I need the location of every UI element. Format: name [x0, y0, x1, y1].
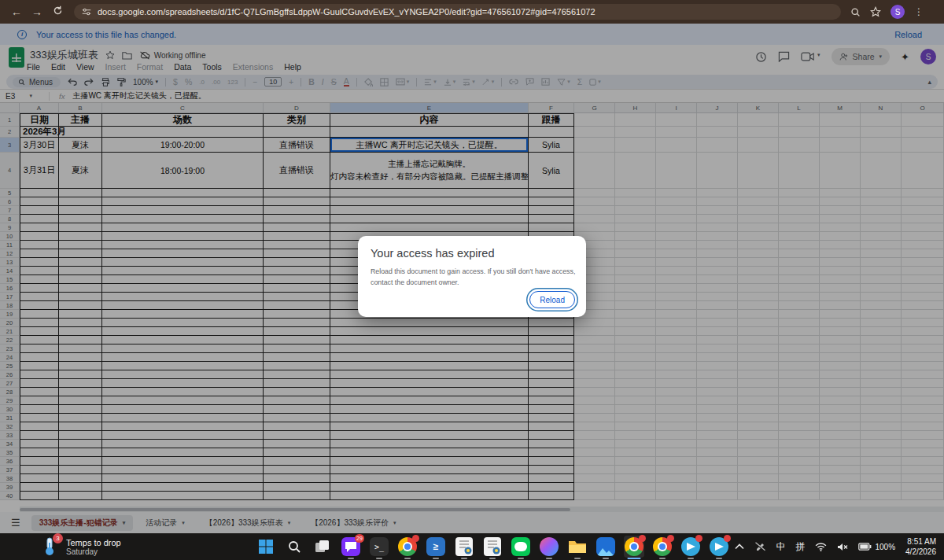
windows-taskbar: 3 Temps to drop Saturday 29 > — [0, 533, 944, 560]
notepad-doc-icon-2[interactable] — [482, 536, 503, 558]
chat-app-icon[interactable]: 29 — [341, 536, 361, 558]
task-view-icon[interactable] — [312, 536, 333, 558]
dialog-body: Reload this document to gain access. If … — [371, 267, 577, 288]
battery-status[interactable]: 100% — [858, 543, 895, 551]
copilot-icon[interactable] — [539, 536, 559, 558]
url-text: docs.google.com/spreadsheets/d/1fC-Q7LGm… — [98, 7, 596, 17]
browser-toolbar: ← → docs.google.com/spreadsheets/d/1fC-Q… — [0, 0, 944, 24]
screen: ← → docs.google.com/spreadsheets/d/1fC-Q… — [0, 0, 944, 560]
bookmark-star-icon[interactable] — [870, 6, 881, 17]
ime-mode-indicator[interactable]: 拼 — [795, 540, 805, 554]
telegram-icon-1[interactable] — [680, 536, 701, 558]
search-taskbar-icon[interactable] — [284, 536, 304, 558]
reload-icon[interactable] — [47, 6, 68, 18]
file-explorer-icon[interactable] — [567, 536, 588, 558]
site-settings-icon[interactable] — [82, 7, 91, 17]
chrome-icon-2[interactable] — [652, 536, 673, 558]
weather-widget[interactable]: 3 Temps to drop Saturday — [41, 536, 210, 557]
photos-app-icon[interactable] — [596, 536, 616, 558]
telegram-icon-2[interactable] — [709, 536, 729, 558]
line-app-icon[interactable] — [511, 536, 531, 558]
forward-icon[interactable]: → — [27, 6, 47, 18]
back-icon[interactable]: ← — [6, 6, 27, 18]
terminal-icon[interactable]: >_ — [369, 536, 389, 558]
chrome-icon-1[interactable] — [397, 536, 418, 558]
address-bar[interactable]: docs.google.com/spreadsheets/d/1fC-Q7LGm… — [74, 4, 841, 20]
powershell-icon[interactable]: ≥ — [426, 536, 446, 558]
browser-menu-icon[interactable]: ⋮ — [914, 6, 924, 17]
dialog-title: Your access has expired — [371, 247, 573, 260]
pen-off-icon[interactable] — [754, 542, 765, 551]
zoom-icon[interactable] — [850, 7, 861, 17]
taskbar-clock[interactable]: 8:51 AM 4/2/2026 — [905, 536, 936, 557]
dialog-reload-button[interactable]: Reload — [529, 291, 575, 308]
ime-language-indicator[interactable]: 中 — [776, 540, 785, 554]
weather-subtext: Saturday — [66, 547, 121, 556]
start-button[interactable] — [256, 536, 276, 558]
chat-badge: 29 — [355, 534, 364, 543]
notepad-doc-icon-1[interactable] — [454, 536, 474, 558]
browser-profile-avatar[interactable]: S — [891, 5, 905, 19]
volume-muted-icon[interactable] — [837, 543, 848, 551]
wifi-icon[interactable] — [815, 543, 827, 551]
weather-headline: Temps to drop — [66, 538, 121, 547]
battery-icon — [858, 543, 872, 551]
tray-expand-icon[interactable] — [735, 543, 744, 550]
access-expired-dialog: Your access has expired Reload this docu… — [358, 236, 586, 317]
thermometer-icon: 3 — [41, 536, 60, 557]
chrome-icon-active[interactable] — [624, 536, 644, 558]
weather-badge: 3 — [53, 533, 63, 543]
